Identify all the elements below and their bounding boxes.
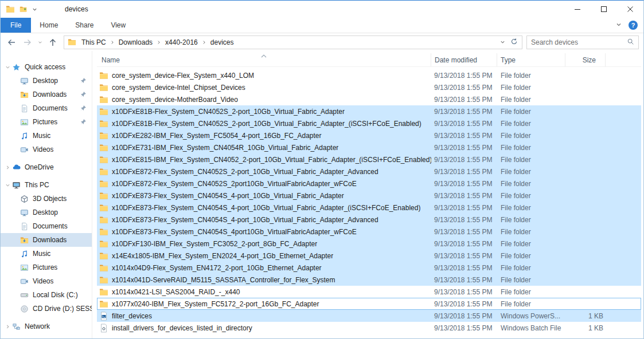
back-button[interactable] [4,35,19,50]
file-row[interactable]: x10DFxE282-IBM_Flex_System_FC5054_4-port… [97,129,641,141]
sidebar-item-desktop[interactable]: Desktop [1,74,92,88]
file-row[interactable]: x10DFxE873-Flex_System_CN4054S_4port10Gb… [97,226,641,238]
breadcrumb-separator-icon[interactable] [202,40,206,45]
sidebar-item-downloads[interactable]: Downloads [1,88,92,101]
sidebar-item-this-pc[interactable]: This PC [1,178,92,192]
sidebar-item-desktop[interactable]: Desktop [1,206,92,219]
file-row[interactable]: x14E4x1805-IBM_Flex_System_EN2024_4-port… [97,250,641,262]
chevron-right-icon[interactable] [3,324,12,329]
file-row[interactable]: x10DFxF130-IBM_Flex_System_FC3052_2-port… [97,238,641,250]
file-row[interactable]: core_system_device-Flex_System_x440_LOM9… [97,69,641,81]
folder-icon [99,107,108,116]
sidebar-item-local-disk-c[interactable]: Local Disk (C:) [1,288,92,302]
file-row[interactable]: x10DFxE81B-Flex_System_CN4052S_2-port_10… [97,117,641,129]
chevron-down-icon[interactable] [3,183,12,188]
help-button[interactable]: ? [629,21,638,30]
file-type-cell: File folder [497,240,565,248]
refresh-icon[interactable] [510,38,518,47]
expand-ribbon-icon[interactable] [616,21,622,29]
file-name: x1014x04D9-Flex_System_EN4172_2-port_10G… [112,264,322,272]
file-row[interactable]: core_system_device-MotherBoard_Video9/13… [97,93,641,105]
address-dropdown-icon[interactable] [500,38,505,46]
sidebar-item-videos[interactable]: Videos [1,274,92,288]
sidebar-item-downloads[interactable]: Downloads [1,233,92,247]
breadcrumb-separator-icon[interactable] [157,40,161,45]
star-icon [12,63,22,72]
tab-file[interactable]: File [1,18,31,33]
column-header-size[interactable]: Size [565,53,606,66]
file-date-cell: 9/13/2018 1:55 PM [431,156,497,164]
file-type-cell: File folder [497,144,565,152]
file-row[interactable]: install_drivers_for_devices_listed_in_di… [97,322,641,334]
file-row[interactable]: x1014x04D9-Flex_System_EN4172_2-port_10G… [97,262,641,274]
file-name-cell: x10DFxF130-IBM_Flex_System_FC3052_2-port… [97,239,431,249]
file-row[interactable]: x1014x041D-ServeRAID_M5115_SASSATA_Contr… [97,274,641,286]
file-date-cell: 9/13/2018 1:55 PM [431,120,497,128]
address-bar[interactable]: This PCDownloadsx440-2016devices [64,36,522,49]
sidebar-item-videos[interactable]: Videos [1,143,92,156]
sidebar-item-documents[interactable]: Documents [1,219,92,233]
file-type-cell: Windows PowerS... [497,312,565,320]
sidebar-item-network[interactable]: Network [1,320,92,333]
file-name-cell: x1014x0421-LSI_SAS2004_RAID_-_x440 [97,287,431,297]
breadcrumb-segment[interactable]: x440-2016 [161,38,202,46]
file-row[interactable]: core_system_device-Intel_Chipset_Devices… [97,81,641,93]
folder-icon [99,287,108,297]
minimize-button[interactable] [564,1,591,18]
sort-ascending-icon[interactable] [260,52,268,60]
pin-icon [80,119,87,125]
sidebar-item-music[interactable]: Music [1,247,92,261]
search-input[interactable] [531,38,627,46]
breadcrumb-separator-icon[interactable] [110,40,115,45]
file-name-cell: x10DFxE282-IBM_Flex_System_FC5054_4-port… [97,131,431,140]
sidebar-item-documents[interactable]: Documents [1,101,92,115]
chevron-down-icon[interactable] [3,65,12,70]
file-name-cell: core_system_device-MotherBoard_Video [97,95,431,104]
breadcrumb-segment[interactable]: devices [206,38,238,46]
forward-button[interactable] [20,35,35,50]
sidebar-item-label: This PC [25,181,49,189]
pin-icon [80,105,87,112]
file-date-cell: 9/13/2018 1:55 PM [431,216,497,224]
close-button[interactable] [617,1,643,18]
breadcrumb-segment[interactable]: Downloads [115,38,157,46]
recent-locations-icon[interactable] [36,35,44,50]
search-box[interactable] [526,36,639,49]
file-name: x1014x041D-ServeRAID_M5115_SASSATA_Contr… [112,276,335,284]
sidebar-item-label: Music [33,132,50,140]
file-row[interactable]: x10DFxE873-Flex_System_CN4054S_4-port_10… [97,190,641,202]
file-row[interactable]: x10DFxE81B-Flex_System_CN4052S_2-port_10… [97,105,641,117]
file-date-cell: 9/13/2018 1:55 PM [431,84,497,92]
file-name: filter_devices [112,312,152,320]
tab-share[interactable]: Share [67,18,102,33]
file-row[interactable]: x10DFxE873-Flex_System_CN4054S_4-port_10… [97,202,641,214]
file-row[interactable]: x10DFxE872-Flex_System_CN4052S_2port10Gb… [97,178,641,190]
tab-home[interactable]: Home [31,18,67,33]
maximize-button[interactable] [591,1,617,18]
search-icon[interactable] [627,38,634,47]
sidebar-item-music[interactable]: Music [1,129,92,143]
sidebar-item-cd-drive-d-sess-x[interactable]: CD Drive (D:) SESS_X [1,302,92,316]
sidebar-item-onedrive[interactable]: OneDrive [1,160,92,174]
up-button[interactable] [45,35,60,50]
column-header-type[interactable]: Type [497,53,565,66]
sidebar-item-pictures[interactable]: Pictures [1,261,92,274]
sidebar-item-label: Quick access [25,63,65,71]
sidebar-item-pictures[interactable]: Pictures [1,115,92,129]
sidebar-item-quick-access[interactable]: Quick access [1,60,92,74]
qat-dropdown-icon[interactable] [32,7,37,12]
tab-view[interactable]: View [102,18,134,33]
file-row[interactable]: filter_devices9/13/2018 1:55 PMWindows P… [97,310,641,322]
breadcrumb-segment[interactable]: This PC [77,38,110,46]
file-row[interactable]: x1077x0240-IBM_Flex_System_FC5172_2-port… [97,298,641,310]
chevron-right-icon[interactable] [3,165,12,170]
folder-icon [99,131,108,140]
file-row[interactable]: x10DFxE873-Flex_System_CN4054S_4-port_10… [97,214,641,226]
file-row[interactable]: x10DFxE731-IBM_Flex_System_CN4054R_10Gb_… [97,141,641,153]
column-header-date-modified[interactable]: Date modified [431,53,497,66]
file-row[interactable]: x10DFxE815-IBM_Flex_System_CN4052_2-port… [97,153,641,165]
qat-new-folder-icon[interactable] [19,5,28,13]
file-row[interactable]: x10DFxE872-Flex_System_CN4052S_2-port_10… [97,165,641,178]
file-row[interactable]: x1014x0421-LSI_SAS2004_RAID_-_x4409/13/2… [97,286,641,298]
sidebar-item-3d-objects[interactable]: 3D Objects [1,192,92,206]
